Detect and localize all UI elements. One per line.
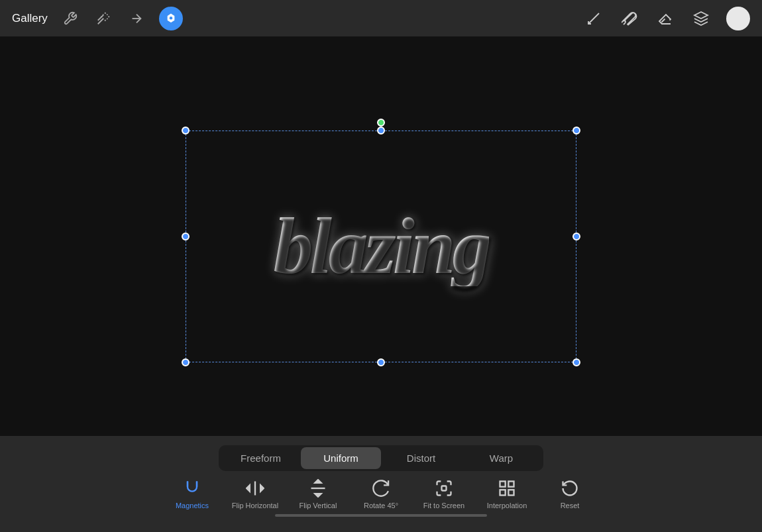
action-flip-vertical[interactable]: Flip Vertical bbox=[287, 478, 350, 510]
handle-rotate[interactable] bbox=[377, 119, 385, 127]
layers-icon[interactable] bbox=[690, 8, 712, 29]
wrench-icon[interactable] bbox=[60, 8, 81, 29]
reset-label: Reset bbox=[561, 502, 580, 510]
flip-horizontal-icon bbox=[246, 478, 264, 499]
tab-distort[interactable]: Distort bbox=[381, 447, 461, 469]
canvas-area: blazing bbox=[0, 36, 762, 436]
magnetics-label: Magnetics bbox=[176, 502, 209, 510]
fit-screen-icon bbox=[435, 478, 453, 499]
artwork-container: blazing bbox=[186, 111, 576, 362]
magnetics-icon bbox=[183, 478, 201, 499]
svg-rect-10 bbox=[508, 490, 514, 495]
tab-uniform[interactable]: Uniform bbox=[301, 447, 381, 469]
eraser-icon[interactable] bbox=[655, 8, 676, 29]
svg-point-1 bbox=[170, 17, 173, 20]
blazing-artwork: blazing bbox=[273, 207, 488, 286]
transform-icon[interactable] bbox=[159, 7, 183, 30]
fit-screen-label: Fit to Screen bbox=[423, 502, 464, 510]
top-bar: Gallery bbox=[0, 0, 762, 36]
svg-line-2 bbox=[588, 13, 599, 24]
action-rotate-45[interactable]: Rotate 45° bbox=[350, 478, 413, 510]
action-interpolation[interactable]: Interpolation bbox=[476, 478, 539, 510]
action-row: Magnetics Flip Horizontal bbox=[0, 478, 762, 510]
brush-icon[interactable] bbox=[619, 8, 640, 29]
interpolation-icon bbox=[498, 478, 516, 499]
action-fit-to-screen[interactable]: Fit to Screen bbox=[413, 478, 476, 510]
smudge-icon[interactable] bbox=[126, 8, 147, 29]
rotate-45-icon bbox=[372, 478, 390, 499]
action-flip-horizontal[interactable]: Flip Horizontal bbox=[224, 478, 287, 510]
tab-freeform[interactable]: Freeform bbox=[221, 447, 301, 469]
svg-marker-3 bbox=[694, 12, 708, 19]
svg-rect-9 bbox=[500, 490, 506, 495]
interpolation-label: Interpolation bbox=[487, 502, 527, 510]
action-magnetics[interactable]: Magnetics bbox=[161, 478, 224, 510]
bottom-toolbar: Freeform Uniform Distort Warp Magnetics bbox=[0, 436, 762, 532]
tab-warp[interactable]: Warp bbox=[461, 447, 541, 469]
artwork-text: blazing bbox=[186, 131, 576, 362]
avatar[interactable] bbox=[726, 7, 750, 30]
top-bar-left: Gallery bbox=[12, 7, 183, 30]
pen-nib-icon[interactable] bbox=[583, 8, 604, 29]
gallery-button[interactable]: Gallery bbox=[12, 12, 48, 25]
reset-icon bbox=[561, 478, 579, 499]
mode-tabs: Freeform Uniform Distort Warp bbox=[219, 445, 543, 471]
svg-rect-7 bbox=[500, 482, 506, 487]
scroll-indicator bbox=[275, 514, 487, 517]
rotate-45-label: Rotate 45° bbox=[364, 502, 398, 510]
svg-rect-6 bbox=[442, 486, 447, 491]
flip-h-label: Flip Horizontal bbox=[232, 502, 278, 510]
flip-vertical-icon bbox=[309, 478, 327, 499]
top-bar-right bbox=[583, 7, 750, 30]
flip-v-label: Flip Vertical bbox=[299, 502, 337, 510]
magic-wand-icon[interactable] bbox=[93, 8, 114, 29]
svg-rect-8 bbox=[508, 482, 514, 487]
action-reset[interactable]: Reset bbox=[539, 478, 602, 510]
